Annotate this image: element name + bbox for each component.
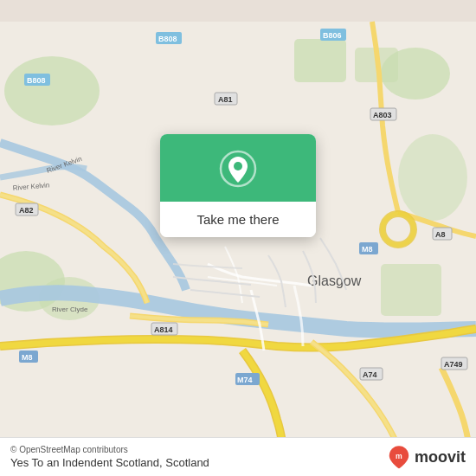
location-name: Yes To an Indendent Scotland, Scotland [10, 456, 209, 469]
svg-text:A82: A82 [19, 206, 34, 215]
svg-text:B806: B806 [323, 31, 342, 40]
svg-text:A8: A8 [435, 230, 446, 239]
bottom-bar: © OpenStreetMap contributors Yes To an I… [0, 437, 476, 476]
map-background: River Kelvin River Kelvin River Clyde B8… [0, 0, 476, 476]
popup-green-area [160, 134, 316, 202]
svg-rect-3 [294, 39, 346, 82]
svg-text:A81: A81 [218, 95, 233, 104]
svg-point-42 [234, 162, 242, 170]
svg-text:A803: A803 [373, 111, 392, 119]
svg-text:A814: A814 [154, 325, 173, 334]
svg-text:m: m [396, 452, 402, 460]
moovit-logo-icon: m [387, 445, 411, 469]
moovit-logo: m moovit [387, 445, 466, 469]
take-me-there-button[interactable]: Take me there [160, 202, 316, 237]
svg-text:M74: M74 [237, 376, 253, 384]
svg-text:B808: B808 [27, 76, 46, 85]
svg-text:River Clyde: River Clyde [52, 306, 88, 313]
svg-point-8 [398, 134, 467, 221]
moovit-text: moovit [415, 448, 466, 466]
map-container: River Kelvin River Kelvin River Clyde B8… [0, 0, 476, 476]
location-pin-icon [219, 150, 257, 188]
svg-rect-7 [381, 264, 441, 316]
svg-text:A74: A74 [363, 370, 377, 379]
svg-text:A749: A749 [444, 360, 463, 369]
svg-text:M8: M8 [362, 245, 373, 254]
bottom-left: © OpenStreetMap contributors Yes To an I… [10, 445, 209, 469]
osm-attribution: © OpenStreetMap contributors [10, 445, 209, 454]
svg-text:M8: M8 [22, 353, 33, 362]
svg-text:B808: B808 [158, 35, 177, 43]
svg-point-1 [4, 56, 100, 125]
popup-card: Take me there [160, 134, 316, 237]
